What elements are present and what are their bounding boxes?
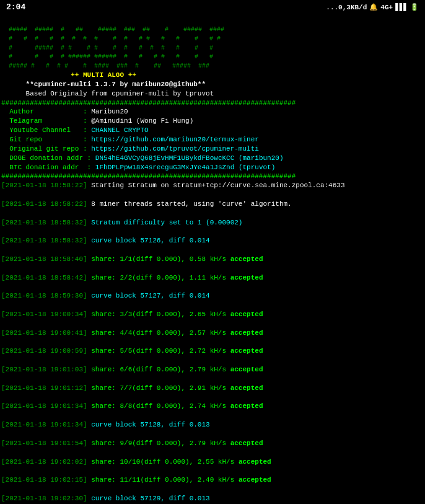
- status-bar: 2:04 ...0,3KB/d 🔔 4G+ ▋▋▋ 🔋: [0, 0, 425, 14]
- log-9: [2021-01-18 19:00:59] share: 5/5(diff 0.…: [1, 347, 424, 356]
- log-17: [2021-01-18 19:02:30] curve block 57129,…: [1, 494, 424, 503]
- log-11: [2021-01-18 19:01:12] share: 7/7(diff 0.…: [1, 384, 424, 393]
- signal-bars: ▋▋▋: [395, 3, 408, 11]
- log-10: [2021-01-18 19:01:03] share: 6/6(diff 0.…: [1, 365, 424, 374]
- time: 2:04: [6, 2, 25, 12]
- log-15: [2021-01-18 19:02:02] share: 10/10(diff …: [1, 458, 424, 467]
- sep1: ########################################…: [1, 99, 296, 107]
- sep2: ########################################…: [1, 172, 296, 180]
- data-usage: ...0,3KB/d: [326, 4, 367, 11]
- log-13: [2021-01-18 19:01:34] curve block 57128,…: [1, 420, 424, 430]
- status-right: ...0,3KB/d 🔔 4G+ ▋▋▋ 🔋: [326, 3, 419, 11]
- terminal: ##### ##### # ## ##### ### ## # ##### ##…: [0, 14, 425, 504]
- log-4: [2021-01-18 18:58:40] share: 1/1(diff 0.…: [1, 255, 424, 264]
- log-1: [2021-01-18 18:58:22] 8 miner threads st…: [1, 200, 424, 209]
- info-btc: BTC donation addr : 1FhDPLPpw18X4srecguG…: [1, 164, 275, 171]
- notification-icon: 🔔: [369, 3, 378, 11]
- info-youtube: Youtube Channel : CHANNEL CRYPTO: [1, 126, 149, 134]
- log-14: [2021-01-18 19:01:54] share: 9/9(diff 0.…: [1, 439, 424, 448]
- info-original: Original git repo : https://github.com/t…: [1, 145, 259, 153]
- log-5: [2021-01-18 18:58:42] share: 2/2(diff 0.…: [1, 273, 424, 283]
- log-7: [2021-01-18 19:00:34] share: 3/3(diff 0.…: [1, 310, 424, 319]
- ascii-art: ##### ##### # ## ##### ### ## # ##### ##…: [1, 26, 224, 69]
- log-8: [2021-01-18 19:00:41] share: 4/4(diff 0.…: [1, 329, 424, 338]
- info-telegram: Telagram : @Aminudin1 (Wong Fi Hung): [1, 117, 193, 125]
- log-6: [2021-01-18 18:59:30] curve block 57127,…: [1, 291, 424, 301]
- log-12: [2021-01-18 19:01:34] share: 8/8(diff 0.…: [1, 402, 424, 411]
- battery-icon: 🔋: [410, 3, 419, 11]
- log-3: [2021-01-18 18:58:32] curve block 57126,…: [1, 236, 424, 245]
- info-doge: DOGE donation addr : DN54hE4GVCyQ68jEvHM…: [1, 154, 284, 162]
- log-0: [2021-01-18 18:58:22] Starting Stratum o…: [1, 181, 424, 190]
- based-line: Based Originaly from cpuminer-multi by t…: [1, 90, 214, 97]
- info-author: Author : Maribun20: [1, 108, 128, 115]
- log-16: [2021-01-18 19:02:15] share: 11/11(diff …: [1, 475, 424, 485]
- cpuminer-line: **cpuminer-multi 1.3.7 by maribun20@gith…: [1, 81, 206, 88]
- multi-algo-line: ++ MULTI ALGO ++: [1, 71, 136, 79]
- network-icon: 4G+: [380, 4, 393, 11]
- info-gitrepo: Git repo : https://github.com/maribun20/…: [1, 136, 259, 143]
- log-2: [2021-01-18 18:58:32] Stratum difficulty…: [1, 218, 424, 228]
